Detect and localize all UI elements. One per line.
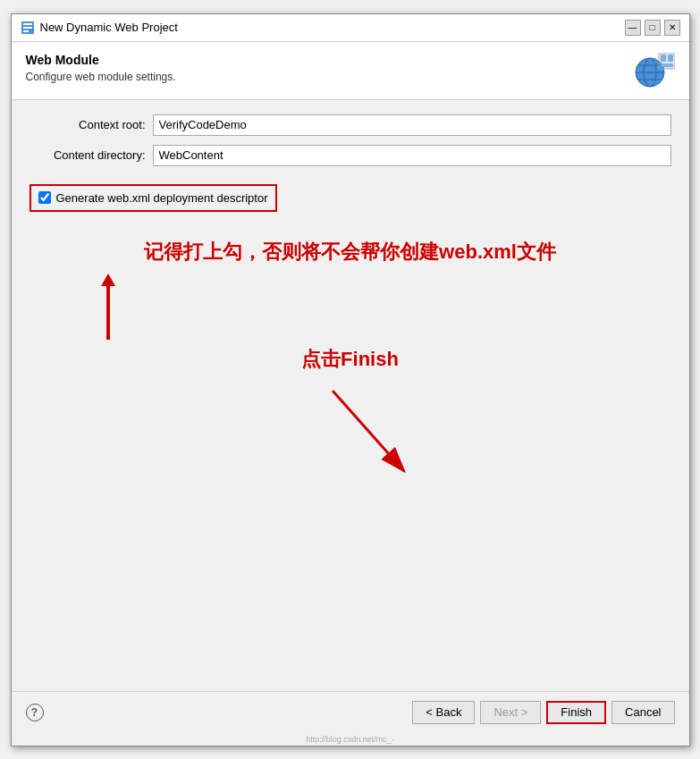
dialog-title: New Dynamic Web Project [40,21,178,34]
header-text: Web Module Configure web module settings… [26,53,176,83]
cancel-button[interactable]: Cancel [611,701,674,724]
finish-button[interactable]: Finish [546,701,606,724]
minimize-button[interactable]: — [625,20,641,36]
maximize-button[interactable]: □ [645,20,661,36]
web-globe-icon [632,53,675,89]
title-bar: New Dynamic Web Project — □ ✕ [12,14,689,42]
content-dir-label: Content directory: [30,148,146,162]
header-title: Web Module [26,53,176,67]
generate-webxml-label[interactable]: Generate web.xml deployment descriptor [56,191,268,205]
footer-left: ? [26,704,44,721]
watermark: http://blog.csdn.net/mc_- [12,733,689,746]
finish-annotation-text: 点击Finish [30,346,671,373]
title-bar-left: New Dynamic Web Project [21,21,178,35]
finish-annotation-area: 点击Finish [30,346,671,489]
content-dir-input[interactable] [153,145,671,166]
annotation-arrow-down [261,382,440,489]
annotation-arrow-up [101,274,115,340]
svg-rect-3 [23,30,29,32]
dialog-title-icon [21,21,35,35]
next-button[interactable]: Next > [480,701,541,724]
svg-rect-12 [661,55,666,62]
context-root-row: Context root: [30,114,671,136]
svg-rect-14 [661,63,673,67]
title-bar-controls: — □ ✕ [625,20,680,36]
dialog-window: New Dynamic Web Project — □ ✕ Web Module… [11,13,690,746]
svg-rect-13 [668,55,673,62]
context-root-label: Context root: [30,118,146,131]
generate-webxml-checkbox[interactable] [38,191,51,204]
header-subtitle: Configure web module settings. [26,71,176,83]
content-dir-row: Content directory: [30,145,671,166]
help-button[interactable]: ? [26,704,44,721]
checkbox-annotation: 记得打上勾，否则将不会帮你创建web.xml文件 [30,239,671,266]
svg-rect-2 [23,27,32,29]
content-area: Context root: Content directory: Generat… [12,100,689,691]
footer-buttons: < Back Next > Finish Cancel [412,701,674,724]
close-button[interactable]: ✕ [664,20,680,36]
svg-line-16 [333,391,404,471]
generate-webxml-checkbox-row: Generate web.xml deployment descriptor [30,184,277,212]
header-section: Web Module Configure web module settings… [12,42,689,100]
back-button[interactable]: < Back [412,701,475,724]
footer: ? < Back Next > Finish Cancel [12,691,689,733]
context-root-input[interactable] [153,114,671,136]
svg-rect-1 [23,23,32,25]
